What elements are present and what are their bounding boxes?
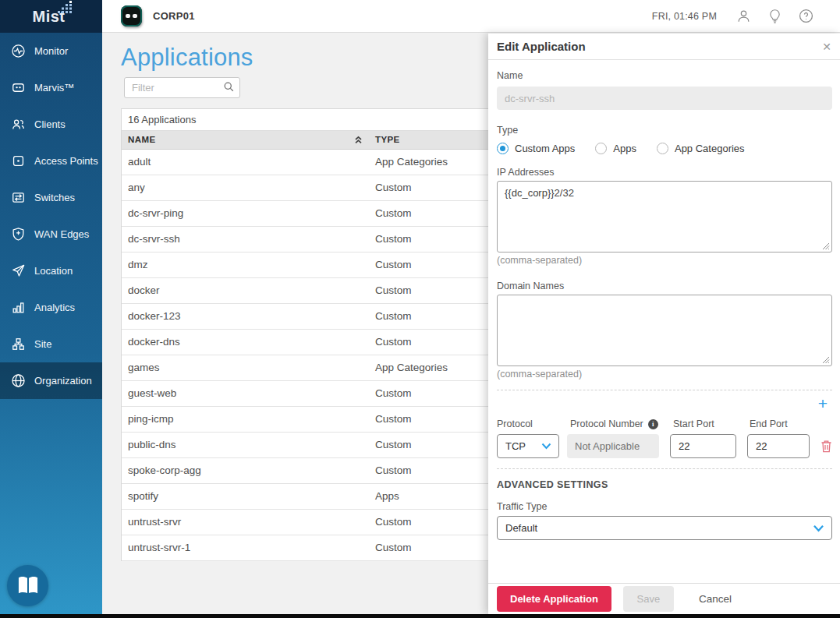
switches-icon <box>11 190 26 205</box>
divider <box>497 468 832 469</box>
access-points-icon <box>11 154 26 168</box>
start-port-label: Start Port <box>673 418 750 429</box>
table-row[interactable]: dc-srvr-sshCustom <box>122 226 488 252</box>
protocol-select[interactable]: TCP <box>497 434 559 458</box>
sidebar-item-location[interactable]: Location <box>0 252 102 289</box>
table-row[interactable]: dockerCustom <box>122 277 488 303</box>
table-row[interactable]: ping-icmpCustom <box>122 406 488 432</box>
help-icon[interactable] <box>798 9 813 24</box>
org-selector[interactable]: CORP01 <box>121 5 195 26</box>
marvis-icon <box>11 80 26 95</box>
protocol-label: Protocol <box>497 418 570 429</box>
radio-custom-apps[interactable]: Custom Apps <box>497 143 575 154</box>
sidebar-item-analytics[interactable]: Analytics <box>0 289 102 326</box>
sidebar-item-clients[interactable]: Clients <box>0 106 102 143</box>
monitor-icon <box>11 44 26 58</box>
table-row[interactable]: dc-srvr-pingCustom <box>122 200 488 226</box>
sidebar-item-organization[interactable]: Organization <box>0 362 102 399</box>
table-row[interactable]: spotifyApps <box>122 483 488 509</box>
table-row[interactable]: guest-webCustom <box>122 380 488 406</box>
site-icon <box>11 337 26 351</box>
name-field <box>497 87 832 110</box>
search-icon <box>223 81 235 93</box>
clients-icon <box>11 117 26 132</box>
radio-apps[interactable]: Apps <box>595 143 636 154</box>
table-row[interactable]: docker-dnsCustom <box>122 329 488 355</box>
table-row[interactable]: untrust-srvr-1Custom <box>122 535 488 560</box>
analytics-icon <box>11 300 26 315</box>
close-icon[interactable]: ✕ <box>822 41 831 52</box>
traffic-type-label: Traffic Type <box>497 501 832 512</box>
table-row[interactable]: adultApp Categories <box>122 149 488 175</box>
sort-asc-icon <box>354 136 363 144</box>
ip-hint: (comma-separated) <box>497 255 832 266</box>
traffic-type-select[interactable]: Default <box>497 516 832 540</box>
type-radio-group: Custom Apps Apps App Categories <box>497 143 832 154</box>
clock: FRI, 01:46 PM <box>652 11 717 22</box>
table-row[interactable]: docker-123Custom <box>122 303 488 329</box>
chevron-down-icon <box>541 443 551 450</box>
organization-icon <box>11 373 26 388</box>
advanced-settings-heading: ADVANCED SETTINGS <box>497 479 832 490</box>
applications-table: NAME TYPE adultApp Categories anyCustom … <box>122 131 488 561</box>
table-row[interactable]: public-dnsCustom <box>122 432 488 457</box>
delete-application-button[interactable]: Delete Application <box>497 586 611 612</box>
radio-dot <box>497 143 509 154</box>
cancel-button[interactable]: Cancel <box>699 593 732 605</box>
edit-application-panel: Edit Application ✕ Name Type Custom Apps… <box>488 34 840 614</box>
end-port-label: End Port <box>750 418 788 429</box>
trash-icon <box>821 440 832 453</box>
sidebar-item-wan-edges[interactable]: WAN Edges <box>0 216 102 252</box>
table-row[interactable]: untrust-srvrCustom <box>122 509 488 535</box>
delete-port-row-button[interactable] <box>821 440 832 453</box>
wan-edges-icon <box>11 227 26 242</box>
page-title: Applications <box>121 44 253 72</box>
sidebar-item-monitor[interactable]: Monitor <box>0 33 102 69</box>
start-port-field[interactable] <box>670 434 736 458</box>
table-row[interactable]: spoke-corp-aggCustom <box>122 457 488 483</box>
window-edge <box>0 614 840 618</box>
domain-names-label: Domain Names <box>497 281 832 291</box>
info-icon: i <box>648 419 658 429</box>
sidebar-item-site[interactable]: Site <box>0 326 102 362</box>
table-row[interactable]: anyCustom <box>122 175 488 200</box>
mist-logo-dots <box>58 1 76 15</box>
sidebar-nav: Monitor Marvis™ Clients Access Points Sw… <box>0 33 102 614</box>
name-label: Name <box>497 70 832 81</box>
table-row[interactable]: dmzCustom <box>122 252 488 277</box>
documentation-button[interactable] <box>7 565 48 606</box>
mist-logo: Mist <box>0 0 102 33</box>
domain-hint: (comma-separated) <box>497 369 832 380</box>
location-icon <box>11 263 26 278</box>
org-name: CORP01 <box>153 10 195 22</box>
chevron-down-icon <box>813 524 824 532</box>
type-label: Type <box>497 125 832 136</box>
account-icon[interactable] <box>735 9 751 24</box>
domain-names-textarea[interactable] <box>497 295 832 366</box>
bulb-icon[interactable] <box>767 9 782 24</box>
protocol-number-field <box>567 434 659 458</box>
ip-addresses-textarea[interactable]: {{dc_corp}}2/32 <box>497 181 832 252</box>
end-port-field[interactable] <box>747 434 810 458</box>
sidebar-item-switches[interactable]: Switches <box>0 179 102 216</box>
marvis-icon <box>121 5 142 26</box>
sidebar-item-marvis[interactable]: Marvis™ <box>0 69 102 106</box>
protocol-number-label: Protocol Number <box>570 418 643 429</box>
save-button: Save <box>623 586 674 612</box>
add-port-row-button[interactable]: + <box>818 397 828 412</box>
top-bar: CORP01 FRI, 01:46 PM <box>102 0 840 33</box>
applications-count: 16 Applications <box>122 109 488 131</box>
sidebar-item-access-points[interactable]: Access Points <box>0 143 102 179</box>
divider <box>497 390 832 390</box>
open-book-icon <box>16 576 40 596</box>
table-row[interactable]: gamesApp Categories <box>122 355 488 380</box>
radio-dot <box>657 143 668 154</box>
radio-dot <box>595 143 607 154</box>
radio-app-categories[interactable]: App Categories <box>657 143 745 154</box>
applications-table-card: 16 Applications NAME TYPE adu <box>121 108 489 561</box>
ip-addresses-label: IP Addresses <box>497 167 832 178</box>
panel-title: Edit Application <box>497 40 586 53</box>
column-header-type[interactable]: TYPE <box>369 131 488 149</box>
column-header-name[interactable]: NAME <box>122 131 369 149</box>
